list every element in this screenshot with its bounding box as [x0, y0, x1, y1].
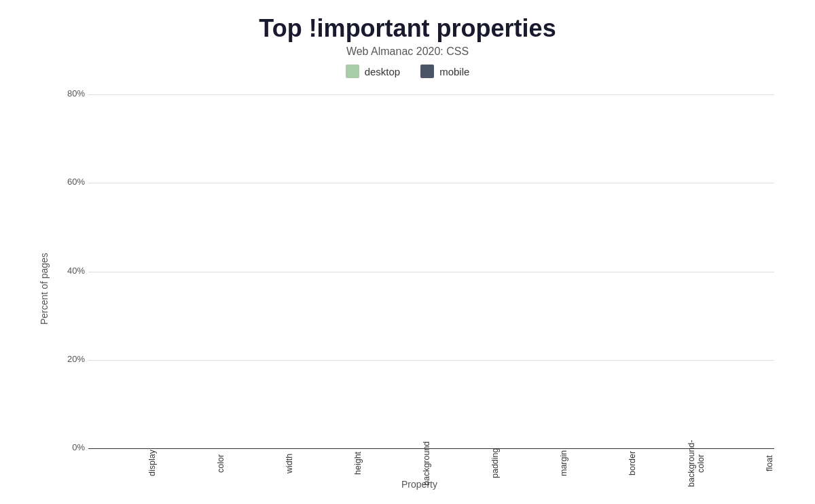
x-axis-title: Property	[58, 479, 781, 490]
legend-item-mobile: mobile	[420, 65, 469, 78]
x-axis-label: border	[568, 449, 637, 476]
legend-item-desktop: desktop	[346, 65, 401, 78]
grid-label: 80%	[58, 88, 85, 98]
grid-label: 0%	[58, 442, 85, 452]
chart-subtitle: Web Almanac 2020: CSS	[346, 46, 469, 58]
x-axis-label: margin	[500, 449, 568, 476]
x-axis-label: background-color	[637, 449, 706, 476]
bars-area	[88, 94, 774, 449]
chart-container: Top !important properties Web Almanac 20…	[34, 14, 781, 490]
x-axis-label: padding	[431, 449, 500, 476]
legend: desktop mobile	[346, 65, 470, 78]
legend-label-desktop: desktop	[365, 66, 401, 77]
grid-label: 40%	[58, 266, 85, 276]
x-axis-label: display	[88, 449, 157, 476]
chart-title: Top !important properties	[259, 14, 556, 43]
grid-label: 20%	[58, 354, 85, 364]
x-axis-label: height	[294, 449, 363, 476]
legend-label-mobile: mobile	[439, 66, 469, 77]
x-axis-label: width	[225, 449, 294, 476]
y-axis-label: Percent of pages	[34, 88, 54, 490]
x-axis-label: float	[706, 449, 774, 476]
x-axis-labels: displaycolorwidthheightbackgroundpadding…	[88, 449, 774, 476]
grid-and-bars: 80%60%40%20%0% displaycolorwidthheightba…	[58, 88, 781, 476]
x-axis-label: color	[157, 449, 225, 476]
x-axis-label: background	[363, 449, 431, 476]
chart-inner: 80%60%40%20%0% displaycolorwidthheightba…	[58, 88, 781, 490]
grid-label: 60%	[58, 177, 85, 187]
legend-box-mobile	[420, 65, 434, 78]
chart-area: Percent of pages 80%60%40%20%0% displayc…	[34, 88, 781, 490]
legend-box-desktop	[346, 65, 359, 78]
